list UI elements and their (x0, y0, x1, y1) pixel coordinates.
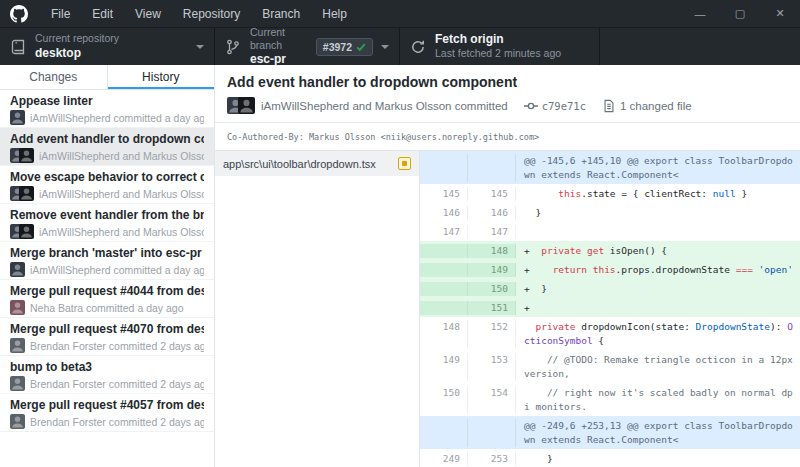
new-line-number: 153 (468, 353, 516, 381)
commit-item-meta: Brendan Forster committed 2 days ago (10, 376, 204, 391)
diff-line[interactable]: 149+ return this.props.dropdownState ===… (420, 260, 800, 279)
diff-line-content: + } (516, 282, 800, 296)
pr-number: #3972 (323, 41, 352, 53)
new-line-number: 151 (468, 301, 516, 315)
avatar (19, 148, 34, 163)
commit-item-title: Merge branch 'master' into esc-pr (10, 246, 204, 260)
toolbar: Current repository desktop Current branc… (0, 28, 800, 65)
avatar (10, 110, 25, 125)
commit-list-item[interactable]: Merge pull request #4057 from desktop/..… (0, 394, 214, 432)
commit-author-avatars (227, 97, 255, 114)
commit-item-meta: iAmWillShepherd and Markus Olsson co... (10, 186, 204, 201)
diff-line-content: + private get isOpen() { (516, 244, 800, 258)
commit-item-title: Add event handler to dropdown compon... (10, 132, 204, 146)
commit-list-item[interactable]: Merge pull request #4044 from desktop/..… (0, 280, 214, 318)
commit-list-item[interactable]: Add event handler to dropdown compon...i… (0, 128, 214, 166)
commit-icon (524, 99, 538, 113)
menu-edit[interactable]: Edit (81, 0, 124, 28)
menu-repository[interactable]: Repository (172, 0, 251, 28)
menu-file[interactable]: File (40, 0, 81, 28)
commit-item-meta: iAmWillShepherd committed a day ago (10, 262, 204, 277)
menu-branch[interactable]: Branch (251, 0, 311, 28)
commit-item-meta: iAmWillShepherd committed a day ago (10, 110, 204, 125)
new-line-number: 146 (468, 206, 516, 220)
file-modified-icon (398, 157, 411, 170)
commit-item-avatars (10, 186, 34, 201)
changed-files-count: 1 changed file (620, 100, 692, 112)
current-branch-button[interactable]: Current branch esc-pr #3972 (215, 28, 400, 65)
avatar (19, 224, 34, 239)
menu-help[interactable]: Help (311, 0, 358, 28)
menu-view[interactable]: View (124, 0, 172, 28)
commit-list: Appease linteriAmWillShepherd committed … (0, 90, 214, 467)
diff-line[interactable]: 150+ } (420, 279, 800, 298)
diff-line[interactable]: 148152 private dropdownIcon(state: Dropd… (420, 317, 800, 350)
commit-description: Co-Authored-By: Markus Olsson <niik@user… (215, 123, 800, 151)
old-line-number (420, 419, 468, 447)
commit-list-item[interactable]: Move escape behavior to correct compo...… (0, 166, 214, 204)
commit-item-title: Appease linter (10, 94, 204, 108)
commit-item-meta: Brendan Forster committed 2 days ago (10, 414, 204, 429)
commit-meta: iAmWillShepherd and Markus Olsson commit… (227, 97, 788, 114)
commit-item-title: Merge pull request #4044 from desktop/..… (10, 284, 204, 298)
commit-item-meta: iAmWillShepherd and Markus Olsson co... (10, 224, 204, 239)
commit-item-avatars (10, 148, 34, 163)
old-line-number: 146 (420, 206, 468, 220)
commit-list-item[interactable]: Remove event handler from the branches..… (0, 204, 214, 242)
new-line-number: 150 (468, 282, 516, 296)
old-line-number (420, 154, 468, 182)
minimize-button[interactable]: — (680, 0, 720, 28)
commit-item-author: iAmWillShepherd committed a day ago (30, 112, 204, 124)
diff-line[interactable]: 148+ private get isOpen() { (420, 241, 800, 260)
pr-status-badge[interactable]: #3972 (316, 38, 373, 56)
new-line-number: 152 (468, 320, 516, 348)
branch-name: esc-pr (250, 52, 316, 67)
new-line-number: 147 (468, 225, 516, 239)
old-line-number (420, 244, 468, 258)
file-item[interactable]: app\src\ui\toolbar\dropdown.tsx (215, 151, 419, 176)
commit-item-avatars (10, 338, 25, 353)
diff-line-content: + return this.props.dropdownState === 'o… (516, 263, 800, 277)
commit-item-meta: Brendan Forster committed 2 days ago (10, 338, 204, 353)
diff-hunk-header[interactable]: @@ -145,6 +145,10 @@ export class Toolba… (420, 151, 800, 184)
commit-sha[interactable]: c79e71c (542, 100, 586, 112)
commit-list-item[interactable]: Merge branch 'master' into esc-priAmWill… (0, 242, 214, 280)
history-sidebar: Changes History Appease linteriAmWillShe… (0, 65, 215, 467)
check-icon (356, 42, 366, 52)
file-icon (602, 99, 616, 113)
diff-line[interactable]: 249253 } (420, 449, 800, 467)
commit-item-author: iAmWillShepherd committed a day ago (30, 264, 204, 276)
new-line-number: 253 (468, 452, 516, 466)
commit-item-title: Move escape behavior to correct compo... (10, 170, 204, 184)
commit-list-item[interactable]: Merge pull request #4070 from desktop/..… (0, 318, 214, 356)
fetch-origin-button[interactable]: Fetch origin Last fetched 2 minutes ago (400, 28, 600, 65)
commit-list-item[interactable]: Appease linteriAmWillShepherd committed … (0, 90, 214, 128)
close-button[interactable]: ✕ (760, 0, 800, 28)
commit-item-author: iAmWillShepherd and Markus Olsson co... (39, 188, 204, 200)
commit-item-avatars (10, 414, 25, 429)
commit-item-avatars (10, 376, 25, 391)
commit-item-author: iAmWillShepherd and Markus Olsson co... (39, 226, 204, 238)
avatar (238, 97, 255, 114)
commit-item-title: Remove event handler from the branches.. (10, 208, 204, 222)
repository-name: desktop (35, 46, 119, 61)
commit-item-meta: Neha Batra committed a day ago (10, 300, 204, 315)
diff-line[interactable]: 151+ (420, 298, 800, 317)
chevron-down-icon (196, 45, 204, 49)
current-repository-button[interactable]: Current repository desktop (0, 28, 215, 65)
tab-history[interactable]: History (108, 65, 215, 89)
maximize-button[interactable]: ▢ (720, 0, 760, 28)
diff-line-content: + (516, 301, 800, 315)
toolbar-spacer (600, 28, 800, 65)
diff-line[interactable]: 145145 this.state = { clientRect: null } (420, 184, 800, 203)
commit-list-item[interactable]: bump to beta3Brendan Forster committed 2… (0, 356, 214, 394)
diff-line[interactable]: 146146 } (420, 203, 800, 222)
commit-item-avatars (10, 110, 25, 125)
diff-line[interactable]: 147147 (420, 222, 800, 241)
tab-changes[interactable]: Changes (0, 65, 108, 89)
diff-line[interactable]: 150154 // right now it's scaled badly on… (420, 383, 800, 416)
diff-hunk-header[interactable]: @@ -249,6 +253,13 @@ export class Toolba… (420, 416, 800, 449)
repository-label: Current repository (35, 32, 119, 45)
diff-line[interactable]: 149153 // @TODO: Remake triangle octicon… (420, 350, 800, 383)
github-logo-icon (10, 5, 28, 23)
